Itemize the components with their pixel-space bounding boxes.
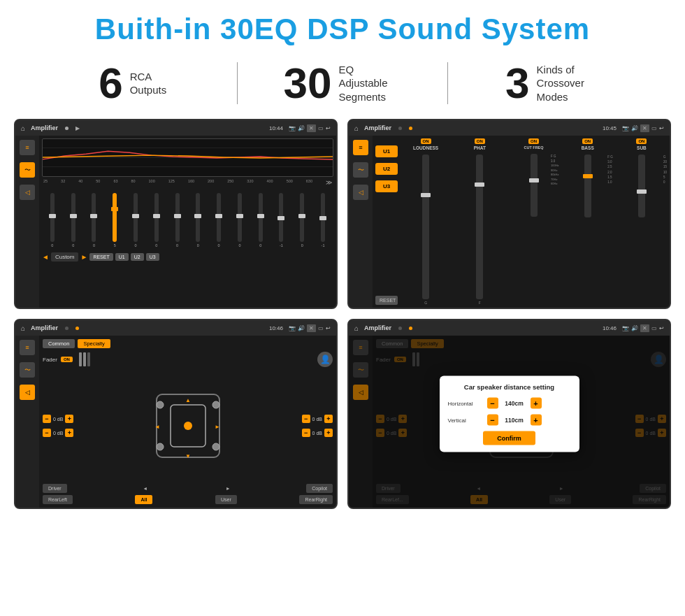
stat-divider-1 (237, 62, 238, 104)
home-icon-2[interactable]: ⌂ (354, 124, 359, 132)
user-btn[interactable]: User (215, 495, 237, 504)
loudness-on[interactable]: ON (421, 138, 431, 144)
db-minus-4[interactable]: − (302, 429, 310, 437)
screen1-topbar: ⌂ Amplifier ▶ 10:44 📷 🔊 ✕ ▭ ↩ (15, 120, 336, 136)
u2-btn[interactable]: U2 (131, 253, 144, 261)
back-icon-4[interactable]: ↩ (659, 325, 664, 331)
svg-point-6 (157, 401, 164, 408)
car-diagram: ▲ ▼ ◄ ► (73, 371, 301, 481)
speaker-icon-3[interactable]: ◁ (20, 385, 35, 400)
channel-sliders: ON LOUDNESS G ON PHAT F (401, 138, 667, 305)
db-minus-1[interactable]: − (43, 415, 51, 423)
sub-on[interactable]: ON (636, 138, 647, 144)
db-plus-1[interactable]: + (65, 415, 73, 423)
screen-distance: ⌂ Amplifier 10:46 📷 🔊 ✕ ▭ ↩ ≡ 〜 ◁ Comm (347, 319, 671, 509)
page-title: Buith-in 30EQ DSP Sound System (0, 0, 685, 53)
stat-rca: 6 RCA Outputs (42, 62, 223, 105)
speaker-icon[interactable]: ◁ (20, 185, 35, 200)
stat-eq-number: 30 (284, 62, 332, 105)
db-row-2: − 0 dB + (43, 429, 73, 437)
eq-icon-2[interactable]: ≡ (353, 140, 368, 155)
status-dot-5 (75, 327, 79, 330)
rearleft-btn[interactable]: RearLeft (43, 495, 73, 504)
car-svg: ▲ ▼ ◄ ► (153, 391, 223, 461)
db-row-3: − 0 dB + (302, 415, 333, 423)
home-icon-4[interactable]: ⌂ (354, 324, 359, 332)
cutfreq-on[interactable]: ON (528, 138, 539, 144)
fader-on-badge[interactable]: ON (61, 357, 73, 362)
db-plus-3[interactable]: + (324, 415, 333, 423)
back-icon[interactable]: ↩ (326, 125, 331, 131)
screen2-content: ≡ 〜 ◁ U1 U2 U3 RESET ON (349, 136, 670, 308)
wave-icon-2[interactable]: 〜 (353, 162, 368, 178)
svg-text:▲: ▲ (185, 397, 191, 403)
eq-freq-labels: 253240506380 100125160200250320 40050063… (42, 179, 333, 186)
db-minus-3[interactable]: − (302, 415, 310, 423)
wave-icon-3[interactable]: 〜 (20, 362, 35, 378)
home-icon-3[interactable]: ⌂ (21, 324, 25, 332)
left-arrow[interactable]: ◄ (140, 484, 150, 493)
tab-specialty[interactable]: Specialty (78, 339, 110, 348)
speaker-icon-2[interactable]: ◁ (353, 185, 368, 200)
u3-button[interactable]: U3 (375, 180, 398, 192)
screen2-time: 10:45 (603, 125, 616, 131)
wave-icon[interactable]: 〜 (20, 162, 35, 178)
vertical-plus[interactable]: + (531, 415, 542, 426)
status-dot-3 (409, 127, 412, 130)
svg-point-7 (212, 401, 219, 408)
rearright-btn[interactable]: RearRight (299, 495, 333, 504)
eq-slider-2: 0 (64, 193, 82, 248)
db-minus-2[interactable]: − (43, 429, 51, 437)
reset-btn[interactable]: RESET (89, 253, 113, 261)
prev-btn[interactable]: ◄ (42, 253, 49, 261)
cutfreq-name: CUT FREQ (524, 145, 543, 150)
vertical-value: 110cm (501, 417, 528, 424)
confirm-button[interactable]: Confirm (483, 431, 535, 445)
horizontal-minus[interactable]: − (487, 398, 498, 409)
status-dot-7 (409, 327, 412, 330)
u1-btn[interactable]: U1 (115, 253, 129, 261)
eq-icon[interactable]: ≡ (20, 140, 35, 155)
screen1-content: ≡ 〜 ◁ (15, 136, 336, 308)
back-icon-2[interactable]: ↩ (659, 125, 664, 131)
svg-point-8 (157, 443, 164, 450)
screen-eq: ⌂ Amplifier ▶ 10:44 📷 🔊 ✕ ▭ ↩ ≡ 〜 ◁ (14, 119, 338, 309)
bass-on[interactable]: ON (582, 138, 593, 144)
eq-icon-3[interactable]: ≡ (20, 340, 35, 355)
horizontal-plus[interactable]: + (531, 398, 542, 409)
crossover-reset-btn[interactable]: RESET (375, 296, 398, 305)
u1-button[interactable]: U1 (375, 145, 398, 157)
u3-btn[interactable]: U3 (146, 253, 159, 261)
driver-btn[interactable]: Driver (43, 484, 67, 493)
svg-text:►: ► (215, 424, 220, 430)
tab-common[interactable]: Common (43, 339, 75, 348)
stat-rca-label: RCA Outputs (130, 70, 167, 97)
horizontal-stepper: − 140cm + (487, 398, 571, 409)
screen2-topbar-icons: 📷 🔊 ✕ ▭ ↩ (622, 124, 664, 132)
fader-bottom-buttons-2: RearLeft All User RearRight (43, 495, 333, 504)
crossover-content: U1 U2 U3 RESET ON LOUDNESS (373, 136, 670, 308)
screen3-time: 10:46 (269, 325, 283, 331)
fader-layout: − 0 dB + − 0 dB + (43, 371, 333, 481)
db-value-4: 0 dB (312, 431, 322, 436)
screens-grid: ⌂ Amplifier ▶ 10:44 📷 🔊 ✕ ▭ ↩ ≡ 〜 ◁ (0, 113, 685, 519)
back-icon-3[interactable]: ↩ (326, 325, 331, 331)
screen2-topbar: ⌂ Amplifier 10:45 📷 🔊 ✕ ▭ ↩ (349, 120, 670, 136)
phat-on[interactable]: ON (475, 138, 485, 144)
all-btn[interactable]: All (135, 495, 152, 504)
right-arrow[interactable]: ► (224, 484, 233, 493)
u2-button[interactable]: U2 (375, 163, 398, 175)
horizontal-row: Horizontal − 140cm + (448, 398, 571, 409)
next-btn[interactable]: ► (80, 253, 87, 261)
status-dot-6 (398, 327, 402, 330)
vertical-minus[interactable]: − (487, 415, 498, 426)
phat-name: PHAT (474, 145, 486, 150)
db-plus-2[interactable]: + (65, 429, 73, 437)
home-icon[interactable]: ⌂ (21, 124, 25, 132)
stat-eq: 30 EQ Adjustable Segments (252, 62, 433, 105)
right-db-controls: − 0 dB + − 0 dB + (302, 371, 333, 481)
volume-icon-2: 🔊 (631, 125, 638, 131)
db-plus-4[interactable]: + (324, 429, 333, 437)
screen4-time: 10:46 (603, 325, 616, 331)
copilot-btn[interactable]: Copilot (306, 484, 333, 493)
